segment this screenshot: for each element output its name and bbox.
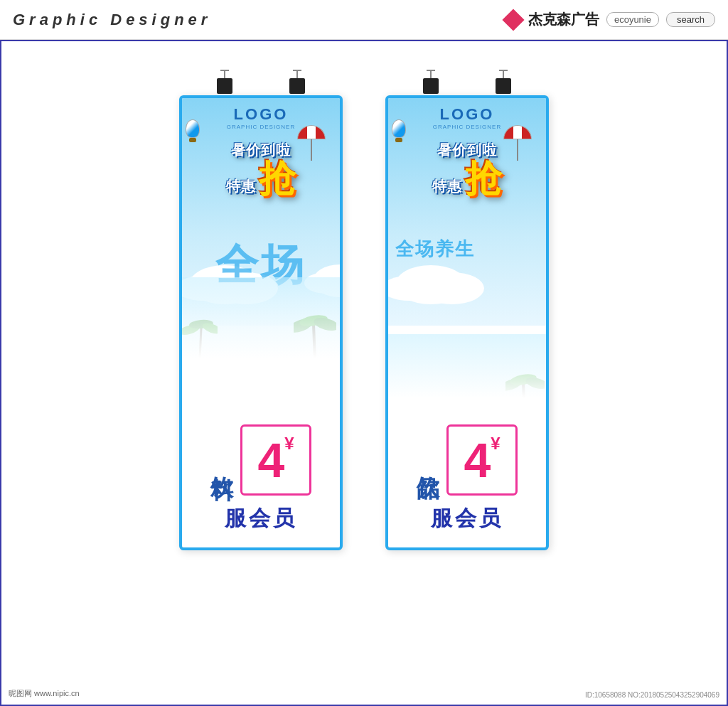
poster-1: LOGO GRAPHIC DESIGNER 暑价到啦 特惠 抢 全场: [179, 95, 343, 550]
promo-line2-2: 特惠: [432, 177, 462, 196]
clip-body: [423, 78, 439, 94]
balloon-body-2: [392, 119, 406, 138]
drink-row-1: 饮料 4 ¥: [210, 424, 311, 496]
poster-2-logo: LOGO GRAPHIC DESIGNER: [433, 105, 501, 130]
umbrella-icon: [297, 125, 326, 161]
clips-2: [423, 70, 511, 95]
poster-2: LOGO GRAPHIC DESIGNER 暑价到啦 特惠 抢 全场养生: [385, 95, 549, 550]
price-box-2: 4 ¥: [446, 424, 518, 496]
drink-label-2: 饮品: [417, 459, 439, 461]
poster-1-wrap: LOGO GRAPHIC DESIGNER 暑价到啦 特惠 抢 全场: [179, 70, 343, 550]
clip-body: [289, 78, 305, 94]
promo-line2: 特惠: [226, 177, 256, 196]
umbrella-pole: [311, 139, 312, 161]
header-right: 杰克森广告 ecoyunie search: [505, 10, 715, 29]
clip-body: [217, 78, 232, 94]
search-button[interactable]: search: [666, 12, 715, 27]
balloon-icon: [186, 119, 200, 142]
umbrella-top: [297, 125, 326, 139]
logo-sub-2: GRAPHIC DESIGNER: [433, 124, 501, 130]
balloon-icon-2: [392, 119, 406, 142]
poster-1-bottom: 饮料 4 ¥ 服会员: [182, 277, 340, 547]
drink-row-2: 饮品 4 ¥: [417, 424, 518, 496]
clip-left-2: [423, 70, 439, 95]
site-title: Graphic Designer: [13, 11, 211, 29]
promo-grab: 抢: [259, 160, 296, 197]
diamond-icon: [502, 9, 524, 31]
poster-2-bottom: 饮品 4 ¥ 服会员: [388, 334, 546, 547]
price-yen-2: ¥: [491, 434, 500, 454]
clip-left: [217, 70, 232, 95]
clip-right: [289, 70, 305, 95]
promo-grab-2: 抢: [465, 160, 502, 197]
posters-container: LOGO GRAPHIC DESIGNER 暑价到啦 特惠 抢 全场: [179, 70, 549, 550]
clips-1: [217, 70, 305, 95]
brand-name: 杰克森广告: [528, 10, 599, 29]
header: Graphic Designer 杰克森广告 ecoyunie search: [0, 0, 728, 40]
balloon-basket: [189, 138, 196, 142]
price-num-2: 4: [464, 436, 491, 484]
logo-text-2: LOGO: [433, 105, 501, 124]
drink-label-1: 饮料: [210, 459, 233, 461]
watermark: 昵图网 www.nipic.cn: [9, 688, 80, 699]
umbrella-top-2: [503, 125, 532, 139]
logo-sub: GRAPHIC DESIGNER: [227, 124, 295, 130]
member-text-1: 服会员: [225, 504, 297, 533]
quanchang-text-2: 全场养生: [395, 237, 475, 262]
promo-line1: 暑价到啦: [231, 141, 291, 160]
footer-id: ID:10658088 NO:20180525043252904069: [585, 691, 719, 699]
price-yen-1: ¥: [284, 434, 294, 454]
price-box-1: 4 ¥: [240, 424, 311, 496]
promo-line1-2: 暑价到啦: [437, 141, 497, 160]
clip-body: [496, 78, 511, 94]
price-num-1: 4: [257, 436, 284, 484]
user-badge[interactable]: ecoyunie: [606, 12, 659, 27]
poster-1-logo: LOGO GRAPHIC DESIGNER: [227, 105, 295, 130]
main-content: LOGO GRAPHIC DESIGNER 暑价到啦 特惠 抢 全场: [0, 40, 728, 706]
balloon-body: [186, 119, 200, 138]
balloon-basket-2: [395, 138, 402, 142]
clip-right-2: [496, 70, 511, 95]
umbrella-pole-2: [517, 139, 518, 161]
member-text-2: 服会员: [431, 504, 503, 533]
logo-text: LOGO: [227, 105, 295, 124]
umbrella-icon-2: [503, 125, 532, 161]
poster-2-wrap: LOGO GRAPHIC DESIGNER 暑价到啦 特惠 抢 全场养生: [385, 70, 549, 550]
